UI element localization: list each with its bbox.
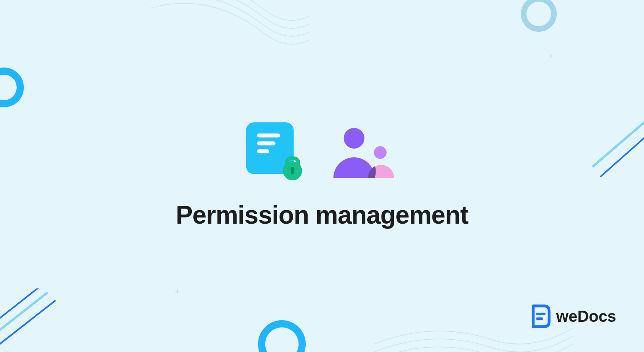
lock-icon bbox=[281, 153, 304, 180]
brand-logo: weDocs bbox=[530, 304, 616, 328]
wedocs-logo-icon bbox=[530, 304, 551, 328]
decorative-plus-icon: + bbox=[548, 51, 553, 61]
decorative-lines bbox=[0, 288, 64, 352]
document-lock-icon bbox=[246, 122, 302, 178]
hero-icons bbox=[246, 122, 398, 178]
decorative-plus-icon: + bbox=[175, 286, 180, 296]
svg-line-0 bbox=[0, 288, 48, 324]
decorative-ring bbox=[258, 320, 306, 352]
svg-point-10 bbox=[374, 146, 387, 159]
svg-line-3 bbox=[592, 119, 644, 167]
svg-point-9 bbox=[344, 128, 364, 149]
users-icon bbox=[330, 126, 398, 178]
decorative-curves bbox=[151, 0, 310, 56]
decorative-lines bbox=[592, 115, 644, 179]
hero-content: Permission management bbox=[176, 122, 469, 230]
decorative-ring bbox=[521, 0, 557, 32]
brand-name: weDocs bbox=[556, 308, 616, 325]
hero-title: Permission management bbox=[176, 200, 469, 230]
decorative-ring bbox=[0, 68, 24, 107]
svg-rect-8 bbox=[291, 169, 294, 174]
